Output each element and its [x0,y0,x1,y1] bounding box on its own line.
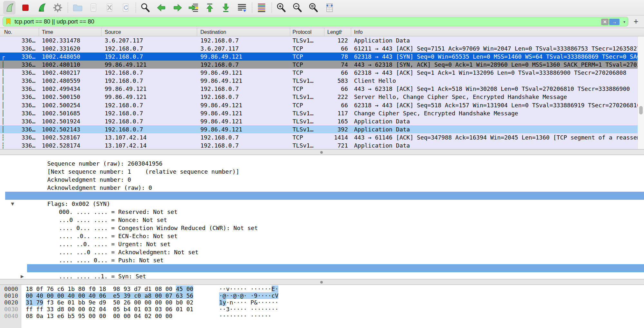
packet-row[interactable]: ┆336… 1002.528174 13.107.42.14 192.168.0… [0,141,638,150]
hex-row[interactable]: 0040 08 0a 13 e6 b5 95 00 00 00 00 04 02… [0,313,644,320]
zoom-reset-button[interactable] [307,1,320,14]
filter-expression[interactable]: tcp.port == 80 || udp.port == 80 [14,18,94,25]
packet-length: 66 [324,85,351,92]
packet-number: 336… [22,77,35,84]
column-header-protocol[interactable]: Protocol [290,28,324,36]
detail-line[interactable]: 1011 .... = Header Length: 44 bytes (11) [0,184,644,192]
column-header-time[interactable]: Time [39,28,101,36]
detail-line[interactable]: .... .0.. .... = ECN-Echo: Not set [0,224,644,232]
detail-line[interactable]: .... .... 0... = Push: Not set [0,248,644,256]
packet-destination: 192.168.0.7 [197,85,290,92]
restart-capture-button[interactable] [35,1,48,14]
packet-info: 443 → 62318 [SYN, ACK] Seq=0 Ack=1 Win=2… [351,61,638,68]
go-back-button[interactable] [155,1,168,14]
column-header-info[interactable]: Info [351,28,644,36]
add-filter-button[interactable]: + [631,17,640,26]
packet-row[interactable]: │336… 1002.499434 99.86.49.121 192.168.0… [0,85,638,93]
bookmark-icon[interactable] [5,18,11,25]
clear-filter-button[interactable]: ✕ [601,19,609,25]
apply-filter-button[interactable]: → [609,19,620,25]
packet-row[interactable]: │336… 1002.501924 192.168.0.7 99.86.49.1… [0,117,638,125]
reload-capture-button[interactable] [120,1,132,14]
packet-source: 192.168.0.7 [101,126,197,133]
close-capture-button[interactable] [103,1,116,14]
packet-time: 1002.500254 [39,102,101,109]
zoom-in-icon [276,2,287,13]
scrollbar-thumb[interactable] [639,106,643,114]
auto-scroll-button[interactable] [236,1,248,14]
start-capture-button[interactable] [3,1,15,14]
go-first-packet-button[interactable] [204,1,216,14]
packet-length: 78 [324,53,351,60]
column-header-no[interactable]: No. [0,28,39,36]
detail-line[interactable]: 000. .... .... = Reserved: Not set [0,200,644,208]
packet-number: 336… [22,126,35,133]
hex-row[interactable]: 0000 18 0f 76 c6 1b 80 f0 18 98 93 d7 d1… [0,286,644,293]
packet-time: 1002.501924 [39,118,101,125]
stop-capture-button[interactable] [19,1,32,14]
detail-line[interactable]: Acknowledgment number (raw): 0 [0,176,644,184]
go-last-packet-button[interactable] [220,1,232,14]
zoom-out-button[interactable] [291,1,303,14]
packet-row[interactable]: │336… 1002.480110 99.86.49.121 192.168.0… [0,61,638,69]
packet-info: 61211 → 443 [ACK] Seq=7151 Ack=97069 Win… [351,45,638,52]
packet-row[interactable]: ┌336… 1002.448050 192.168.0.7 99.86.49.1… [0,53,638,61]
zoom-in-button[interactable] [275,1,287,14]
column-header-length[interactable]: Length [324,28,351,36]
ascii-text: ·n···· P&······ [226,299,279,306]
go-forward-button[interactable] [171,1,184,14]
packet-row[interactable]: │336… 1002.500150 99.86.49.121 192.168.0… [0,93,638,101]
packet-row[interactable]: │336… 1002.502143 192.168.0.7 99.86.49.1… [0,125,638,133]
packet-row[interactable]: │336… 1002.500254 192.168.0.7 99.86.49.1… [0,101,638,109]
packet-row[interactable]: │336… 1002.501685 192.168.0.7 99.86.49.1… [0,109,638,117]
conversation-mark: │ [1,69,5,76]
packet-list-scrollbar[interactable] [638,36,644,149]
detail-line[interactable]: .... ...0 .... = Acknowledgment: Not set [0,240,644,248]
packet-source: 192.168.0.7 [101,45,197,52]
packet-destination: 99.86.49.121 [197,118,290,125]
detail-line[interactable]: ...0 .... .... = Nonce: Not set [0,208,644,216]
packet-row[interactable]: 336… 1002.331478 3.6.207.117 192.168.0.7… [0,36,638,44]
column-header-source[interactable]: Source [101,28,197,36]
detail-line[interactable]: ▼Flags: 0x002 (SYN) [0,192,644,200]
detail-line[interactable]: .... 0... .... = Congestion Window Reduc… [0,216,644,224]
detail-line[interactable]: [Next sequence number: 1 (relative seque… [0,159,644,168]
detail-line[interactable]: ▶.... .... ..1. = Syn: Set [0,264,644,272]
detail-line[interactable]: .... ..0. .... = Urgent: Not set [0,232,644,240]
packet-row[interactable]: │336… 1002.480217 192.168.0.7 99.86.49.1… [0,69,638,77]
detail-line[interactable]: Acknowledgment number: 0 [0,168,644,176]
packet-source: 192.168.0.7 [101,110,197,117]
details-bytes-splitter[interactable] [0,279,644,285]
packet-source: 99.86.49.121 [101,93,197,100]
column-header-destination[interactable]: Destination [197,28,290,36]
filter-history-caret[interactable]: ▾ [623,20,625,24]
packet-row[interactable]: │336… 1002.480559 192.168.0.7 99.86.49.1… [0,77,638,85]
ascii-text: ··v····· ······ [219,285,272,292]
detail-line[interactable]: .... .... ...0 = Fin: Not set [0,272,644,279]
resize-columns-button[interactable] [323,1,336,14]
detail-line[interactable]: .... .... .0.. = Reset: Not set [0,256,644,264]
hex-row[interactable]: 0020 31 79 f3 6e 01 bb 9e d9 50 26 00 00… [0,299,644,306]
save-capture-button[interactable] [87,1,100,14]
open-capture-button[interactable] [71,1,83,14]
packet-source: 192.168.0.7 [101,118,197,125]
packet-number: 336… [22,61,35,68]
toolbar-separator [68,3,68,13]
hex-row[interactable]: 0030 ff ff 33 d8 00 00 02 04 05 b4 01 03… [0,306,644,313]
find-packet-button[interactable] [139,1,151,14]
packet-time: 1002.500150 [39,93,101,100]
packet-length: 66 [324,69,351,76]
zoom-out-icon [292,2,303,13]
packet-row[interactable]: 336… 1002.331620 192.168.0.7 3.6.207.117… [0,44,638,53]
display-filter-input[interactable]: tcp.port == 80 || udp.port == 80 ✕ → ▾ [3,17,628,26]
detail-lines: Sequence number (raw): 2603041956 [Next … [0,155,644,279]
packet-row[interactable]: ┆336… 1002.528167 13.107.42.14 192.168.0… [0,133,638,141]
list-details-splitter[interactable] [0,149,644,155]
colorize-packets-button[interactable] [255,1,268,14]
detail-line[interactable]: Sequence number (raw): 2603041956 [0,155,644,159]
hex-row[interactable]: 0010 00 40 00 00 40 00 40 06 e5 39 c0 a8… [0,293,644,299]
capture-options-button[interactable] [52,1,64,14]
go-to-packet-button[interactable] [187,1,200,14]
packet-info: Application Data [351,118,638,125]
packet-number: 336… [22,85,35,92]
